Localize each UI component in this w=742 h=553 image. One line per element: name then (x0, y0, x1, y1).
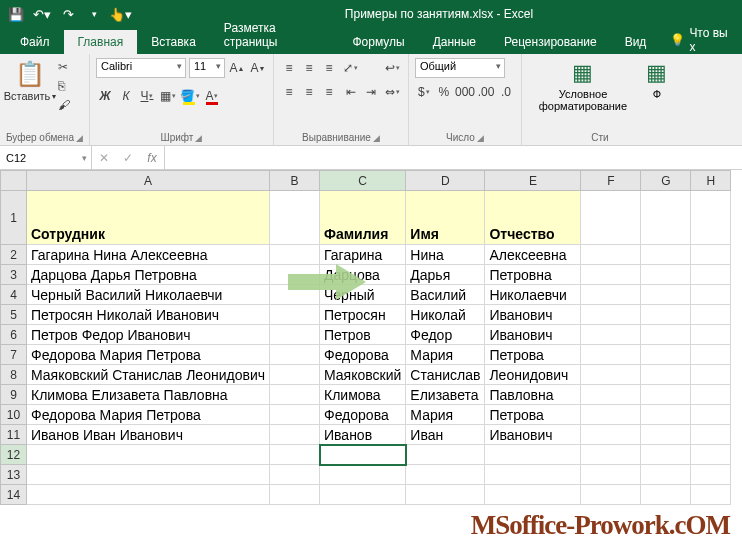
cell-H3[interactable] (691, 265, 731, 285)
cell-F14[interactable] (581, 485, 641, 505)
tab-view[interactable]: Вид (611, 30, 661, 54)
cell-C4[interactable]: Черный (320, 285, 406, 305)
tell-me-search[interactable]: 💡Что вы х (660, 26, 742, 54)
cell-F8[interactable] (581, 365, 641, 385)
cell-H2[interactable] (691, 245, 731, 265)
tab-home[interactable]: Главная (64, 30, 138, 54)
cell-A11[interactable]: Иванов Иван Иванович (27, 425, 270, 445)
row-header-9[interactable]: 9 (1, 385, 27, 405)
cell-G12[interactable] (641, 445, 691, 465)
cell-F12[interactable] (581, 445, 641, 465)
cell-H5[interactable] (691, 305, 731, 325)
row-header-11[interactable]: 11 (1, 425, 27, 445)
cell-E3[interactable]: Петровна (485, 265, 581, 285)
align-left-icon[interactable]: ≡ (280, 82, 298, 102)
cell-E11[interactable]: Иванович (485, 425, 581, 445)
cell-D11[interactable]: Иван (406, 425, 485, 445)
row-header-13[interactable]: 13 (1, 465, 27, 485)
cell-F2[interactable] (581, 245, 641, 265)
wrap-text-icon[interactable]: ↩ (384, 58, 402, 78)
cell-C3[interactable]: Дарцова (320, 265, 406, 285)
cell-A6[interactable]: Петров Федор Иванович (27, 325, 270, 345)
cell-A5[interactable]: Петросян Николай Иванович (27, 305, 270, 325)
cell-H8[interactable] (691, 365, 731, 385)
touch-mode-icon[interactable]: 👆▾ (108, 3, 132, 25)
align-bottom-icon[interactable]: ≡ (320, 58, 338, 78)
cell-E13[interactable] (485, 465, 581, 485)
cell-F4[interactable] (581, 285, 641, 305)
cell-G4[interactable] (641, 285, 691, 305)
row-header-4[interactable]: 4 (1, 285, 27, 305)
qat-more-icon[interactable]: ▾ (82, 3, 106, 25)
cell-B2[interactable] (270, 245, 320, 265)
cell-A2[interactable]: Гагарина Нина Алексеевна (27, 245, 270, 265)
select-all-corner[interactable] (1, 171, 27, 191)
cell-E9[interactable]: Павловна (485, 385, 581, 405)
row-header-14[interactable]: 14 (1, 485, 27, 505)
cell-E7[interactable]: Петрова (485, 345, 581, 365)
cell-G7[interactable] (641, 345, 691, 365)
cell-D13[interactable] (406, 465, 485, 485)
col-header-H[interactable]: H (691, 171, 731, 191)
cell-H4[interactable] (691, 285, 731, 305)
align-right-icon[interactable]: ≡ (320, 82, 338, 102)
row-header-3[interactable]: 3 (1, 265, 27, 285)
cell-C6[interactable]: Петров (320, 325, 406, 345)
dialog-launcher-icon[interactable]: ◢ (195, 133, 202, 143)
cell-G3[interactable] (641, 265, 691, 285)
paste-button[interactable]: 📋 Вставить▾ (6, 58, 54, 102)
cell-D9[interactable]: Елизавета (406, 385, 485, 405)
cell-G10[interactable] (641, 405, 691, 425)
cell-G6[interactable] (641, 325, 691, 345)
row-header-8[interactable]: 8 (1, 365, 27, 385)
cell-D8[interactable]: Станислав (406, 365, 485, 385)
cell-H10[interactable] (691, 405, 731, 425)
cell-F6[interactable] (581, 325, 641, 345)
cell-B11[interactable] (270, 425, 320, 445)
cell-H14[interactable] (691, 485, 731, 505)
dialog-launcher-icon[interactable]: ◢ (477, 133, 484, 143)
font-name-combo[interactable]: Calibri (96, 58, 186, 78)
tab-layout[interactable]: Разметка страницы (210, 16, 339, 54)
cell-C10[interactable]: Федорова (320, 405, 406, 425)
cell-A13[interactable] (27, 465, 270, 485)
cell-A8[interactable]: Маяковский Станислав Леонидович (27, 365, 270, 385)
dialog-launcher-icon[interactable]: ◢ (76, 133, 83, 143)
name-box[interactable]: C12 (0, 146, 92, 169)
col-header-G[interactable]: G (641, 171, 691, 191)
save-icon[interactable]: 💾 (4, 3, 28, 25)
currency-icon[interactable]: $ (415, 82, 433, 102)
cut-icon[interactable]: ✂ (58, 60, 76, 76)
cell-B6[interactable] (270, 325, 320, 345)
cell-A10[interactable]: Федорова Мария Петрова (27, 405, 270, 425)
bold-button[interactable]: Ж (96, 86, 114, 106)
cell-B13[interactable] (270, 465, 320, 485)
cell-H11[interactable] (691, 425, 731, 445)
decrease-decimal-icon[interactable]: .0 (497, 82, 515, 102)
increase-indent-icon[interactable]: ⇥ (362, 82, 380, 102)
cell-B5[interactable] (270, 305, 320, 325)
cell-G5[interactable] (641, 305, 691, 325)
format-table-button[interactable]: ▦ Ф (642, 58, 672, 100)
cell-F5[interactable] (581, 305, 641, 325)
cell-C12[interactable] (320, 445, 406, 465)
conditional-formatting-button[interactable]: ▦ Условное форматирование (528, 58, 638, 112)
align-center-icon[interactable]: ≡ (300, 82, 318, 102)
cell-G9[interactable] (641, 385, 691, 405)
font-size-combo[interactable]: 11 (189, 58, 225, 78)
decrease-indent-icon[interactable]: ⇤ (342, 82, 360, 102)
cell-D14[interactable] (406, 485, 485, 505)
cell-B4[interactable] (270, 285, 320, 305)
fx-icon[interactable]: fx (140, 151, 164, 165)
font-color-button[interactable]: A (203, 86, 221, 106)
cell-D3[interactable]: Дарья (406, 265, 485, 285)
cell-D5[interactable]: Николай (406, 305, 485, 325)
cell-E2[interactable]: Алексеевна (485, 245, 581, 265)
formula-input[interactable] (165, 146, 742, 169)
cell-G14[interactable] (641, 485, 691, 505)
col-header-E[interactable]: E (485, 171, 581, 191)
cell-F7[interactable] (581, 345, 641, 365)
cell-C2[interactable]: Гагарина (320, 245, 406, 265)
align-middle-icon[interactable]: ≡ (300, 58, 318, 78)
cell-G8[interactable] (641, 365, 691, 385)
